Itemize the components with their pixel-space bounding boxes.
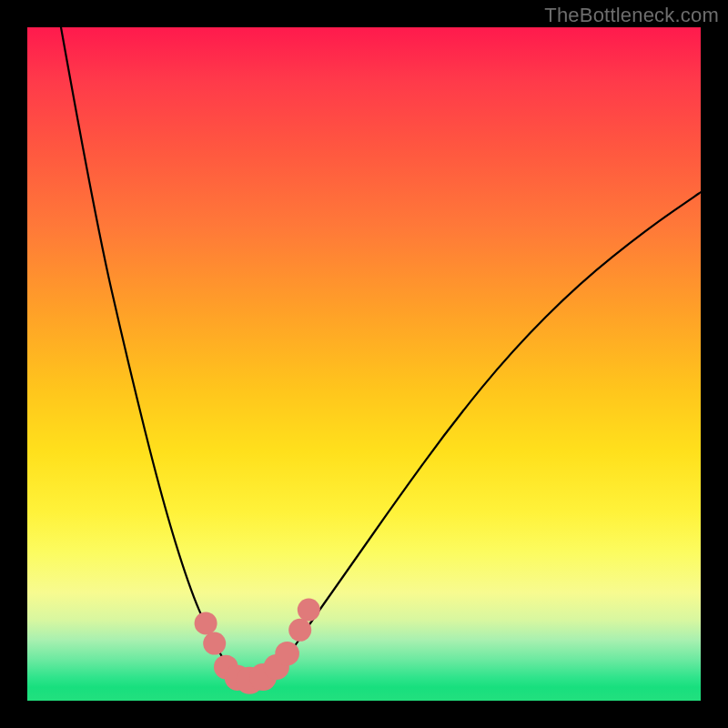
curve-marker <box>203 632 226 655</box>
bottleneck-curve <box>61 27 701 679</box>
curve-marker <box>195 612 217 634</box>
curve-markers <box>195 599 320 694</box>
chart-overlay <box>27 27 701 701</box>
curve-marker <box>298 599 320 622</box>
plot-area <box>27 27 701 701</box>
chart-frame: TheBottleneck.com <box>0 0 728 728</box>
curve-marker <box>288 619 311 642</box>
watermark-text: TheBottleneck.com <box>544 4 719 27</box>
curve-marker <box>275 642 299 666</box>
